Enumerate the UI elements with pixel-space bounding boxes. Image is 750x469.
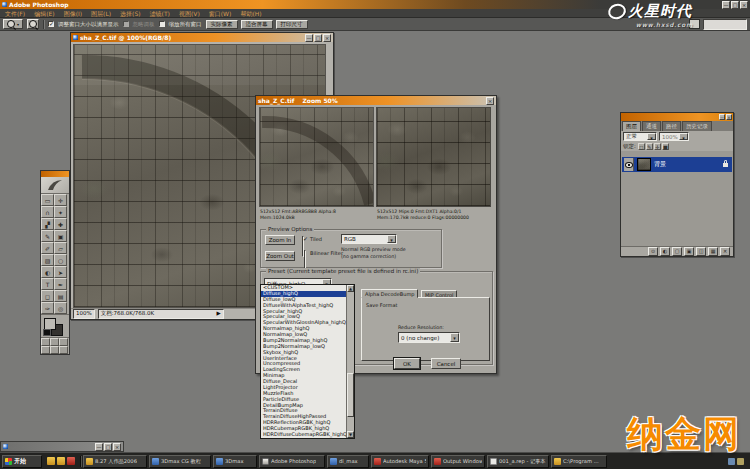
lock-toggle-icon[interactable]: ◻ — [638, 143, 645, 150]
standard-mode-button[interactable] — [41, 338, 50, 346]
options-bar-button[interactable]: 适合屏幕 — [241, 20, 273, 29]
tool-icon[interactable]: T — [41, 278, 54, 290]
tool-icon[interactable]: ▨ — [41, 254, 54, 266]
tool-icon[interactable]: ✛ — [54, 194, 67, 206]
layers-footer-button[interactable]: ▦ — [708, 247, 718, 256]
fullscreen-mode-button[interactable] — [59, 338, 68, 346]
tool-icon[interactable]: ✐ — [41, 242, 54, 254]
palette-control-button[interactable]: — — [719, 114, 725, 120]
status-arrow-icon[interactable]: ▶ — [217, 310, 221, 318]
tool-icon[interactable]: ◎ — [54, 302, 67, 314]
file-browser-icon[interactable] — [689, 19, 700, 29]
tool-icon[interactable]: ◻ — [41, 290, 54, 302]
tray-icon[interactable] — [728, 458, 735, 465]
dds-dialog-titlebar[interactable]: sha_Z_C.tif Zoom 50% × — [256, 96, 496, 105]
tool-icon[interactable]: ➤ — [54, 266, 67, 278]
palette-tab[interactable]: 通道 — [642, 121, 661, 131]
layers-titlebar[interactable]: —× — [621, 113, 733, 121]
opacity-select[interactable]: 100%▾ — [659, 132, 689, 141]
tool-icon[interactable]: ✑ — [41, 302, 54, 314]
taskbar-button[interactable]: Autodesk Maya 5 — [371, 455, 429, 468]
layers-footer-button[interactable]: ▢ — [672, 247, 682, 256]
menu-item[interactable]: 图层(L) — [91, 9, 111, 18]
lock-toggle-icon[interactable]: ✛ — [654, 143, 661, 150]
menu-item[interactable]: 文件(F) — [5, 9, 25, 18]
taskbar-button[interactable]: Output Window — [431, 455, 485, 468]
dropdown-scrollbar[interactable]: ▲ ▼ — [346, 285, 354, 438]
fullscreen-menubar-mode-button[interactable] — [50, 338, 59, 346]
folder-icon[interactable] — [57, 457, 65, 465]
scroll-up-icon[interactable]: ▲ — [347, 285, 354, 292]
window-control-button[interactable]: × — [323, 34, 331, 42]
window-control-button[interactable]: — — [95, 443, 103, 451]
scrollbar-thumb[interactable] — [347, 373, 354, 417]
tab-alpha-decodebump[interactable]: Alpha DecodeBump — [361, 289, 418, 298]
reduce-resolution-select[interactable]: 0 (no change)▾ — [398, 332, 460, 343]
document-titlebar[interactable]: sha_Z_C.tif @ 100%(RGB/8) —□× — [71, 33, 333, 42]
preview-compressed[interactable] — [376, 107, 491, 207]
palette-control-button[interactable]: × — [726, 114, 732, 120]
taskbar-button[interactable]: 001_a.rep - 记事本 — [487, 455, 549, 468]
cancel-button[interactable]: Cancel — [431, 358, 461, 369]
palette-tab[interactable]: 图层 — [622, 121, 641, 131]
visibility-toggle[interactable] — [624, 158, 634, 171]
window-control-button[interactable]: □ — [104, 443, 112, 451]
ignore-palettes-checkbox[interactable] — [123, 21, 129, 27]
tool-icon[interactable]: ∩ — [41, 206, 54, 218]
doc-size-field[interactable]: 文档:768.0K/768.0K▶ — [98, 309, 224, 319]
quickmask-off-button[interactable] — [41, 346, 50, 354]
menu-item[interactable]: 滤镜(T) — [150, 9, 170, 18]
tool-icon[interactable]: ▣ — [54, 230, 67, 242]
window-control-button[interactable]: □ — [731, 1, 739, 9]
tool-icon[interactable]: ✎ — [41, 230, 54, 242]
blend-mode-select[interactable]: 正常▾ — [623, 132, 657, 141]
taskbar-button[interactable]: 8.27 人作品2006 — [83, 455, 147, 468]
imageready-button[interactable] — [59, 346, 68, 354]
maya-icon[interactable] — [67, 457, 75, 465]
tool-icon[interactable]: ▞ — [41, 218, 54, 230]
start-button[interactable]: 开始 — [2, 455, 42, 468]
taskbar-button[interactable]: di_max — [327, 455, 369, 468]
folder-icon[interactable] — [47, 457, 55, 465]
zoom-in-mode-button[interactable] — [27, 19, 39, 29]
palette-tab[interactable]: 历史记录 — [682, 121, 712, 131]
menu-item[interactable]: 选择(S) — [120, 9, 141, 18]
layer-row-background[interactable]: 背景 — [622, 157, 732, 172]
taskbar-button[interactable]: 3Dmax CG 教程 — [149, 455, 211, 468]
preview-original[interactable] — [259, 107, 374, 207]
tool-icon[interactable]: ○ — [54, 254, 67, 266]
minimized-document-bar[interactable]: —□× — [0, 441, 124, 452]
tool-icon[interactable]: ▭ — [41, 194, 54, 206]
window-control-button[interactable]: — — [305, 34, 313, 42]
window-control-button[interactable]: □ — [314, 34, 322, 42]
layers-footer-button[interactable]: ▣ — [684, 247, 694, 256]
tool-preset-picker[interactable]: ▾ — [3, 19, 23, 29]
zoom-percent-field[interactable]: 100% — [73, 309, 95, 319]
palette-tab[interactable]: 路径 — [662, 121, 681, 131]
palette-well[interactable] — [703, 19, 747, 30]
lock-toggle-icon[interactable]: ✎ — [646, 143, 653, 150]
window-control-button[interactable]: × — [740, 1, 748, 9]
layers-footer-button[interactable]: ⊙ — [648, 247, 658, 256]
close-icon[interactable]: × — [486, 97, 494, 105]
tool-icon[interactable]: ✦ — [54, 206, 67, 218]
taskbar-button[interactable]: C:\Program ... — [551, 455, 607, 468]
zoom-in-button[interactable]: Zoom In — [265, 235, 295, 245]
menu-item[interactable]: 视图(V) — [179, 9, 200, 18]
ok-button[interactable]: OK — [394, 358, 420, 369]
tool-icon[interactable]: ◐ — [41, 266, 54, 278]
channel-select[interactable]: RGB▾ — [341, 234, 397, 244]
menu-item[interactable]: 帮助(H) — [240, 9, 261, 18]
taskbar-button[interactable]: Adobe Photoshop — [259, 455, 325, 468]
preset-option[interactable]: HDRDiffuseCubemapRGBK_highQ — [261, 432, 347, 438]
window-control-button[interactable]: × — [113, 443, 121, 451]
layers-footer-button[interactable]: ✕ — [720, 247, 730, 256]
menu-item[interactable]: 窗口(W) — [209, 9, 232, 18]
layers-footer-button[interactable]: ◐ — [660, 247, 670, 256]
tool-icon[interactable]: ✚ — [54, 218, 67, 230]
layers-footer-button[interactable]: ◫ — [696, 247, 706, 256]
resize-window-checkbox[interactable] — [48, 21, 54, 27]
tray-icon[interactable] — [737, 458, 744, 465]
quickmask-on-button[interactable] — [50, 346, 59, 354]
tool-icon[interactable]: ▱ — [54, 242, 67, 254]
